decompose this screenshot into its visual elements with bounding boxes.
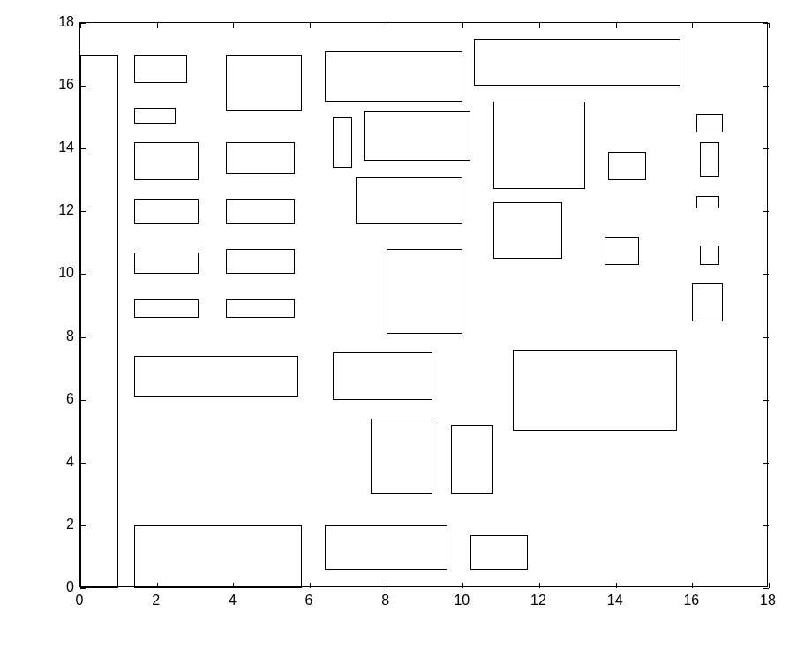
rect-23 [226,142,295,174]
ytick [763,23,769,24]
rect-15 [605,237,639,265]
xtick [539,583,540,588]
ytick [80,148,86,149]
ytick [80,588,86,589]
xtick [462,23,463,28]
rect-27 [333,117,352,168]
ytick [763,86,769,87]
ytick [80,463,86,464]
ytick-label: 18 [55,14,74,30]
rect-10 [134,299,199,318]
rect-8 [134,356,298,397]
rect-22 [134,142,199,180]
rect-6 [513,350,677,431]
ytick [763,337,769,338]
ytick [763,274,769,275]
xtick [157,23,158,28]
rect-3 [470,535,528,570]
ytick [80,400,86,401]
rect-9 [387,249,463,334]
xtick-label: 18 [760,593,776,608]
xtick [233,23,234,28]
ytick [80,23,86,24]
rect-26 [700,142,719,177]
xtick-label: 6 [305,593,313,608]
rect-5 [451,425,493,494]
xtick-label: 10 [454,593,470,608]
ytick [80,211,86,212]
rect-4 [371,419,432,494]
ytick-label: 16 [55,77,74,93]
xtick [769,583,770,588]
ytick [763,463,769,464]
rect-17 [493,202,562,259]
rect-1 [134,525,303,588]
rect-18 [134,199,199,223]
ytick-label: 6 [55,391,74,407]
xtick [539,23,540,28]
xtick-label: 16 [683,593,699,608]
xtick [310,583,311,588]
xtick [387,23,387,28]
rect-14 [226,249,295,274]
ytick [763,525,769,526]
rect-24 [493,102,585,190]
rect-2 [325,525,447,570]
rect-30 [696,114,723,132]
rect-33 [474,39,680,86]
xtick [233,583,234,588]
rect-20 [356,177,462,223]
ytick [763,148,769,149]
chart-container: 024681012141618 024681012141618 [44,13,786,623]
ytick-label: 4 [55,454,74,470]
rect-34 [134,55,188,83]
rect-13 [134,253,199,275]
rect-31 [226,55,303,111]
rect-16 [700,246,719,264]
ytick [763,211,769,212]
xtick-label: 2 [152,593,160,608]
xtick-label: 4 [229,593,237,608]
ytick [80,274,86,275]
ytick-label: 2 [55,517,74,533]
xtick [462,583,463,588]
xtick [692,23,693,28]
ytick [763,400,769,401]
xtick [387,583,387,588]
ytick [80,86,86,87]
xtick [769,23,770,28]
xtick-label: 0 [76,593,84,608]
rect-32 [325,51,462,102]
ytick [763,588,769,589]
plot-area [79,22,768,587]
rect-29 [134,108,177,124]
rect-21 [696,196,719,208]
ytick-label: 0 [55,579,74,595]
xtick [157,583,158,588]
rect-12 [692,283,723,321]
rect-0 [80,55,118,588]
rect-28 [364,111,470,162]
rect-11 [226,299,295,318]
xtick [310,23,311,28]
xtick [692,583,693,588]
rect-25 [608,152,646,180]
xtick-label: 8 [381,593,389,608]
xtick-label: 12 [530,593,546,608]
ytick-label: 8 [55,329,74,344]
rect-19 [226,199,295,223]
ytick-label: 10 [55,265,74,281]
ytick-label: 12 [55,202,74,218]
ytick [80,525,86,526]
xtick-label: 14 [607,593,623,608]
ytick-label: 14 [55,140,74,155]
ytick [80,337,86,338]
xtick [616,583,617,588]
xtick [616,23,617,28]
rect-7 [333,352,432,399]
